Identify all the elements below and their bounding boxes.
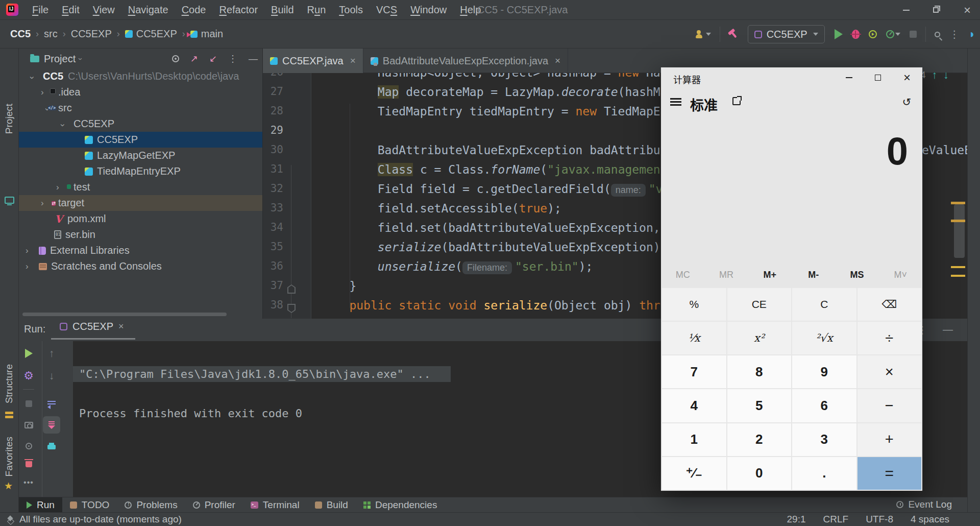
error-stripe-mark[interactable] — [951, 220, 965, 222]
menu-item-code[interactable]: Code — [175, 0, 213, 20]
tree-item-cc5exp[interactable]: CC5EXP — [19, 132, 263, 148]
star-icon[interactable]: ★ — [4, 480, 13, 492]
calc-key-xxx[interactable]: ¹⁄x — [662, 322, 726, 354]
bottom-tab-terminal[interactable]: Terminal — [243, 497, 307, 513]
calc-key-3[interactable]: 3 — [792, 423, 856, 456]
event-log-button[interactable]: Event Log — [896, 497, 952, 512]
calc-key-7[interactable]: 7 — [662, 355, 726, 388]
calc-key-6[interactable]: 6 — [792, 389, 856, 422]
print-icon[interactable] — [45, 440, 58, 452]
breadcrumb-item-src[interactable]: src — [44, 28, 58, 40]
memory-button-ms[interactable]: MS — [835, 266, 878, 284]
chevron-down-icon[interactable]: › — [77, 58, 85, 60]
expand-all-icon[interactable]: ↗ — [190, 53, 198, 64]
tree-item-pom-xml[interactable]: Vpom.xml — [19, 211, 263, 227]
menu-item-vcs[interactable]: VCS — [370, 0, 404, 20]
hide-panel-icon[interactable]: — — [249, 54, 258, 64]
editor-tab-cc5exp-java[interactable]: CC5EXP.java× — [263, 49, 363, 73]
bottom-tab-build[interactable]: Build — [307, 497, 356, 513]
tree-item-test[interactable]: ›test — [19, 179, 263, 195]
close-icon[interactable]: × — [118, 321, 124, 332]
collaborate-icon[interactable] — [696, 30, 711, 38]
calc-key-5[interactable]: 5 — [727, 389, 792, 422]
calc-key-xxx[interactable]: ⁺⁄₋ — [662, 457, 726, 490]
breadcrumb-item-cc5exp[interactable]: CC5EXP — [125, 28, 177, 40]
structure-icon[interactable] — [5, 411, 13, 419]
bottom-tab-problems[interactable]: Problems — [117, 497, 185, 513]
inspections-widget[interactable]: 4 ↑ ↓ — [920, 69, 949, 81]
up-stack-trace-icon[interactable]: ↑ — [45, 347, 58, 360]
error-stripe-mark[interactable] — [951, 275, 965, 277]
menu-item-view[interactable]: View — [86, 0, 121, 20]
calc-maximize-button[interactable] — [866, 67, 890, 88]
stop-button[interactable] — [22, 397, 35, 410]
fold-marker-icon[interactable] — [287, 284, 296, 294]
breadcrumb-item-cc5exp[interactable]: CC5EXP — [71, 28, 112, 40]
menu-item-refactor[interactable]: Refactor — [212, 0, 264, 20]
more-icon[interactable]: ••• — [22, 476, 35, 489]
tree-item-src[interactable]: ›src — [19, 100, 263, 116]
run-button[interactable] — [835, 29, 843, 39]
build-hammer-icon[interactable] — [729, 30, 738, 39]
stripe-tab-structure[interactable]: Structure — [4, 364, 15, 403]
down-stack-trace-icon[interactable]: ↓ — [45, 370, 58, 382]
gc-trash-icon[interactable] — [22, 457, 35, 469]
profiler-button[interactable] — [886, 30, 900, 38]
collapse-all-icon[interactable]: ↙ — [209, 53, 217, 64]
stripe-tab-favorites[interactable]: Favorites — [4, 437, 15, 476]
calc-key-x[interactable]: − — [857, 389, 922, 422]
calc-key-2[interactable]: 2 — [727, 423, 792, 456]
calc-minimize-button[interactable] — [837, 67, 861, 88]
scroll-to-end-icon[interactable] — [43, 416, 60, 434]
run-configuration-select[interactable]: CC5EXP — [748, 25, 825, 43]
close-icon[interactable]: × — [555, 55, 560, 66]
bottom-tab-todo[interactable]: TODO — [62, 497, 117, 513]
calc-key-x[interactable]: . — [792, 457, 856, 490]
calc-key-x[interactable]: + — [857, 423, 922, 456]
calc-key-C[interactable]: C — [792, 288, 856, 321]
tree-item-external-libraries[interactable]: ›External Libraries — [19, 243, 263, 258]
menu-item-build[interactable]: Build — [264, 0, 300, 20]
error-stripe-mark[interactable] — [951, 266, 965, 268]
stop-button[interactable] — [910, 31, 917, 38]
calc-key-1[interactable]: 1 — [662, 423, 726, 456]
menu-item-tools[interactable]: Tools — [332, 0, 370, 20]
tree-item-cc5[interactable]: ›CC5C:\Users\VanHurts\Desktop\code\java — [19, 68, 263, 84]
calc-key-8[interactable]: 8 — [727, 355, 792, 388]
menu-item-run[interactable]: Run — [301, 0, 333, 20]
next-arrow-icon[interactable]: ↓ — [943, 69, 949, 81]
memory-button-m[interactable]: M+ — [748, 266, 792, 284]
calc-key-9[interactable]: 9 — [792, 355, 856, 388]
file-encoding[interactable]: UTF-8 — [866, 514, 893, 525]
indent-setting[interactable]: 4 spaces — [911, 514, 949, 525]
calc-key-x[interactable]: ⌫ — [857, 288, 922, 321]
stripe-tab-project[interactable]: Project — [4, 104, 15, 134]
locate-file-icon[interactable] — [172, 55, 179, 62]
calc-key-4[interactable]: 4 — [662, 389, 726, 422]
calc-key-xxx[interactable]: ²√x — [792, 322, 856, 354]
menu-item-file[interactable]: File — [26, 0, 55, 20]
run-tab[interactable]: CC5EXP × — [60, 321, 124, 332]
calc-key-0[interactable]: 0 — [727, 457, 792, 490]
breadcrumb-item-cc5[interactable]: CC5 — [10, 28, 31, 40]
chevron-closed-icon[interactable]: › — [26, 246, 39, 256]
window-minimize-button[interactable] — [894, 0, 918, 20]
window-close-button[interactable]: × — [955, 0, 979, 20]
more-options-icon[interactable]: ⋮ — [949, 28, 960, 40]
calc-close-button[interactable]: × — [895, 67, 919, 88]
project-panel-title[interactable]: Project — [44, 53, 76, 65]
editor-tab-badattributevalueexpexception-java[interactable]: BadAttributeValueExpException.java× — [363, 49, 568, 73]
line-separator[interactable]: CRLF — [823, 514, 849, 525]
memory-button-m[interactable]: M- — [792, 266, 835, 284]
search-everywhere-icon[interactable] — [935, 32, 940, 37]
settings-gear-icon[interactable]: ⚙ — [22, 370, 35, 382]
calc-key-x[interactable]: = — [857, 457, 922, 490]
hamburger-menu-icon[interactable] — [670, 98, 681, 106]
calc-key-CE[interactable]: CE — [727, 288, 792, 321]
project-horizontal-scrollbar[interactable] — [22, 313, 227, 316]
history-icon[interactable]: ↺ — [902, 96, 911, 108]
hide-tool-window-icon[interactable]: — — [943, 324, 953, 336]
previous-arrow-icon[interactable]: ↑ — [932, 69, 938, 81]
camera-icon[interactable] — [22, 419, 35, 431]
thread-dump-icon[interactable] — [22, 440, 35, 452]
